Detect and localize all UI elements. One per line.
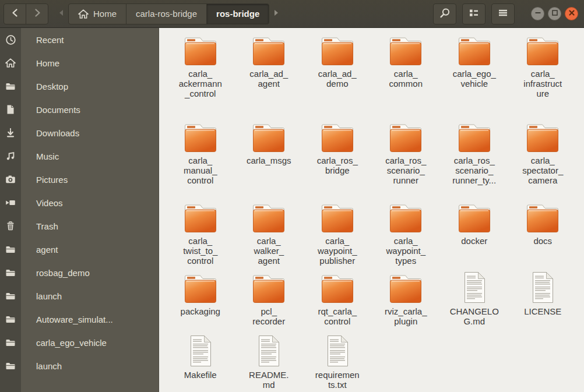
file-item-carla-infrastruct-ure[interactable]: carla_ infrastruct ure bbox=[509, 33, 578, 119]
file-name-label: rviz_carla_ plugin bbox=[385, 306, 427, 326]
file-item-carla-twist-to-control[interactable]: carla_ twist_to_ control bbox=[166, 200, 235, 270]
file-item-pcl-recorder[interactable]: pcl_ recorder bbox=[235, 270, 304, 334]
sidebar-item-home[interactable]: Home bbox=[0, 51, 159, 75]
folder-icon bbox=[321, 200, 354, 234]
sidebar-item-launch[interactable]: launch bbox=[0, 354, 159, 377]
maximize-button[interactable] bbox=[548, 7, 561, 20]
folder-icon bbox=[458, 200, 491, 234]
path-scroll-left-button[interactable] bbox=[54, 3, 68, 24]
sidebar-item-videos[interactable]: Videos bbox=[0, 191, 159, 214]
file-item-license[interactable]: LICENSE bbox=[509, 270, 578, 334]
file-item-carla-ego-vehicle[interactable]: carla_ego_ vehicle bbox=[440, 33, 509, 119]
sidebar-item-music[interactable]: Music bbox=[0, 144, 159, 168]
file-name-label: requiremen ts.txt bbox=[315, 370, 360, 390]
file-item-carla-waypoint-types[interactable]: carla_ waypoint_ types bbox=[372, 200, 441, 270]
file-item-carla-ros-bridge[interactable]: carla_ros_ bridge bbox=[303, 119, 372, 200]
file-item-carla-manual-control[interactable]: carla_ manual_ control bbox=[166, 119, 235, 200]
sidebar-item-rosbag-demo[interactable]: rosbag_demo bbox=[0, 261, 159, 284]
file-item-carla-ad-agent[interactable]: carla_ad_ agent bbox=[235, 33, 304, 119]
breadcrumb-label: Home bbox=[93, 9, 117, 19]
file-name-label: carla_ walker_ agent bbox=[254, 236, 284, 266]
folder-icon bbox=[389, 33, 423, 66]
sidebar-item-label: launch bbox=[36, 291, 62, 301]
file-item-carla-ros-scenario-runner-ty[interactable]: carla_ros_ scenario_ runner_ty... bbox=[440, 119, 509, 200]
folder-icon bbox=[526, 119, 560, 153]
file-manager-window: Homecarla-ros-bridgeros-bridge RecentHom… bbox=[0, 0, 584, 392]
chevron-left-icon bbox=[10, 8, 20, 19]
view-toggle-button[interactable] bbox=[462, 3, 486, 24]
header-bar: Homecarla-ros-bridgeros-bridge bbox=[0, 0, 584, 28]
path-scroll-right-button[interactable] bbox=[269, 3, 283, 24]
sidebar-item-label: Desktop bbox=[36, 82, 68, 91]
file-item-carla-waypoint-publisher[interactable]: carla_ waypoint_ publisher bbox=[303, 200, 372, 270]
text-file-icon bbox=[187, 334, 214, 368]
file-item-carla-msgs[interactable]: carla_msgs bbox=[235, 119, 304, 200]
folder-icon bbox=[0, 315, 21, 324]
folder-icon bbox=[389, 200, 423, 234]
file-item-carla-ackermann-control[interactable]: carla_ ackermann _control bbox=[166, 33, 235, 119]
file-item-carla-spectator-camera[interactable]: carla_ spectator_ camera bbox=[509, 119, 578, 200]
folder-icon bbox=[526, 200, 560, 234]
file-item-carla-ad-demo[interactable]: carla_ad_ demo bbox=[303, 33, 372, 119]
folder-icon bbox=[184, 33, 217, 66]
forward-button[interactable] bbox=[26, 3, 48, 24]
file-item-rqt-carla-control[interactable]: rqt_carla_ control bbox=[303, 270, 372, 334]
file-item-carla-ros-scenario-runner[interactable]: carla_ros_ scenario_ runner bbox=[372, 119, 441, 200]
folder-icon bbox=[0, 245, 21, 254]
clock-icon bbox=[0, 34, 21, 45]
sidebar-item-desktop[interactable]: Desktop bbox=[0, 75, 159, 98]
folder-icon bbox=[0, 291, 21, 301]
sidebar-item-agent[interactable]: agent bbox=[0, 238, 159, 261]
sidebar-places-list: RecentHomeDesktopDocumentsDownloadsMusic… bbox=[0, 28, 159, 238]
file-item-readme-md[interactable]: README. md bbox=[235, 334, 304, 390]
folder-icon bbox=[526, 33, 560, 66]
folder-icon bbox=[184, 270, 217, 304]
search-button[interactable] bbox=[433, 3, 456, 24]
file-item-docs[interactable]: docs bbox=[509, 200, 578, 270]
sidebar-item-launch[interactable]: launch bbox=[0, 284, 159, 308]
camera-icon bbox=[0, 175, 21, 184]
chevron-right-icon bbox=[33, 8, 42, 19]
folder-icon bbox=[321, 119, 354, 153]
file-item-changelo-g-md[interactable]: CHANGELO G.md bbox=[440, 270, 509, 334]
file-item-carla-walker-agent[interactable]: carla_ walker_ agent bbox=[235, 200, 304, 270]
file-item-rviz-carla-plugin[interactable]: rviz_carla_ plugin bbox=[372, 270, 441, 334]
breadcrumb-label: carla-ros-bridge bbox=[136, 9, 197, 19]
minimize-button[interactable] bbox=[531, 7, 544, 20]
file-row: packagingpcl_ recorderrqt_carla_ control… bbox=[166, 270, 577, 334]
triangle-left-icon bbox=[58, 9, 64, 18]
file-name-label: carla_ros_ scenario_ runner bbox=[385, 156, 426, 185]
breadcrumb-home[interactable]: Home bbox=[68, 3, 126, 24]
menu-button[interactable] bbox=[491, 3, 515, 24]
sidebar-item-trash[interactable]: Trash bbox=[0, 214, 159, 238]
breadcrumb: Homecarla-ros-bridgeros-bridge bbox=[68, 3, 269, 24]
hamburger-icon bbox=[498, 8, 508, 19]
sidebar-item-label: Music bbox=[36, 151, 59, 161]
text-file-icon bbox=[255, 334, 282, 368]
file-name-label: carla_ waypoint_ publisher bbox=[318, 236, 357, 266]
close-button[interactable] bbox=[565, 7, 578, 20]
file-item-docker[interactable]: docker bbox=[440, 200, 509, 270]
home-icon bbox=[78, 9, 89, 19]
file-name-label: rqt_carla_ control bbox=[318, 306, 357, 326]
file-item-requiremen-ts-txt[interactable]: requiremen ts.txt bbox=[303, 334, 372, 390]
back-button[interactable] bbox=[3, 3, 26, 24]
toolbar-actions bbox=[433, 3, 515, 24]
sidebar-item-autoware-simulat[interactable]: Autoware_simulat... bbox=[0, 308, 159, 331]
breadcrumb-ros-bridge[interactable]: ros-bridge bbox=[206, 3, 269, 24]
sidebar-item-documents[interactable]: Documents bbox=[0, 98, 159, 121]
file-item-packaging[interactable]: packaging bbox=[166, 270, 235, 334]
folder-icon bbox=[252, 119, 286, 153]
sidebar-bookmarks-list: agentrosbag_demolaunchAutoware_simulat..… bbox=[0, 238, 159, 377]
download-icon bbox=[0, 128, 21, 138]
sidebar-item-downloads[interactable]: Downloads bbox=[0, 121, 159, 144]
sidebar-item-pictures[interactable]: Pictures bbox=[0, 168, 159, 191]
breadcrumb-carla-ros-bridge[interactable]: carla-ros-bridge bbox=[126, 3, 207, 24]
file-item-makefile[interactable]: Makefile bbox=[166, 334, 235, 390]
sidebar-item-carla-ego-vehicle[interactable]: carla_ego_vehicle bbox=[0, 331, 159, 354]
file-item-carla-common[interactable]: carla_ common bbox=[372, 33, 441, 119]
sidebar-item-recent[interactable]: Recent bbox=[0, 28, 159, 51]
folder-icon bbox=[389, 119, 423, 153]
file-name-label: Makefile bbox=[184, 370, 217, 380]
file-name-label: carla_ common bbox=[389, 69, 423, 89]
